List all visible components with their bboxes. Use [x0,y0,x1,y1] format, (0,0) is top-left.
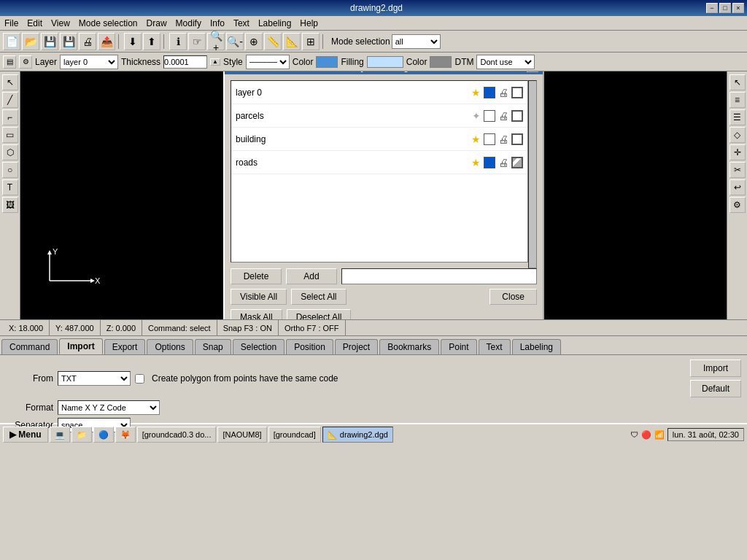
taskbar-item-groundcad03[interactable]: [groundcad0.3 do... [137,427,217,443]
thickness-input[interactable] [163,55,207,69]
table-row[interactable]: layer 0 ★ 🖨 [231,81,527,104]
color-icon-1[interactable] [484,110,495,122]
style-dropdown[interactable]: ───── [246,55,290,69]
tab-labeling[interactable]: Labeling [512,339,561,354]
taskbar-desktop-btn[interactable]: 💻 [50,427,70,443]
default-button[interactable]: Default [690,380,741,397]
print-button[interactable]: 🖨 [79,33,96,50]
menu-edit[interactable]: Edit [23,17,47,30]
zoom-out-button[interactable]: 🔍- [226,33,244,50]
taskbar-folder-btn[interactable]: 📁 [71,427,92,443]
visibility-icon-3[interactable]: ★ [471,157,481,168]
new-button[interactable]: 📄 [3,33,20,50]
taskbar-item-naoum8[interactable]: [NAOUM8] [217,427,266,443]
tab-export[interactable]: Export [104,339,146,354]
color-icon-0[interactable] [484,87,495,98]
lt-polygon-btn[interactable]: ⬡ [2,144,18,160]
layer-name-input[interactable] [341,268,537,284]
lt-circle-btn[interactable]: ○ [2,162,18,178]
menu-info[interactable]: Info [206,17,229,30]
modal-close-icon-btn[interactable]: × [527,71,538,72]
tab-project[interactable]: Project [335,339,378,354]
tab-options[interactable]: Options [147,339,193,354]
zoom-fit-button[interactable]: ⊕ [245,33,263,50]
close-button[interactable]: Close [489,289,537,305]
menu-modify[interactable]: Modify [171,17,206,30]
import-button[interactable]: Import [690,359,741,377]
minimize-button[interactable]: − [706,3,718,13]
menu-help[interactable]: Help [295,17,322,30]
taskbar-firefox-btn[interactable]: 🦊 [115,427,136,443]
color-icon-3[interactable] [484,157,495,168]
print-icon-2[interactable]: 🖨 [498,133,508,145]
filling-box[interactable] [367,56,403,68]
lt-line-btn[interactable]: ╱ [2,92,18,108]
select-button[interactable]: ☞ [188,33,206,50]
tab-point[interactable]: Point [441,339,476,354]
close-window-button[interactable]: × [732,3,744,13]
tab-command[interactable]: Command [1,339,58,354]
zoom-in-button[interactable]: 🔍+ [207,33,225,50]
menu-view[interactable]: View [47,17,74,30]
thickness-up-btn[interactable]: ▲ [210,58,220,66]
menu-file[interactable]: File [0,17,23,30]
lt-polyline-btn[interactable]: ⌐ [2,109,18,125]
visibility-icon-0[interactable]: ★ [471,87,481,98]
taskbar-blue-btn[interactable]: 🔵 [93,427,114,443]
menu-draw[interactable]: Draw [142,17,171,30]
color-box[interactable] [316,56,338,68]
layer-settings-button[interactable]: ⚙ [19,55,32,69]
export-button[interactable]: 📤 [98,33,115,50]
layer-toggle-button[interactable]: ▤ [3,55,16,69]
tab-text[interactable]: Text [479,339,511,354]
tab-position[interactable]: Position [286,339,333,354]
info-button[interactable]: ℹ [169,33,187,50]
dtm-dropdown[interactable]: Dont use [476,55,535,69]
print-icon-1[interactable]: 🖨 [498,110,508,122]
table-row[interactable]: building ★ 🖨 [231,128,527,151]
start-button[interactable]: ▶ Menu [3,427,48,443]
rt-lines2-btn[interactable]: ☰ [729,109,746,125]
mode-selection-dropdown[interactable]: all points lines polygons [392,34,441,49]
rt-plus-btn[interactable]: ✛ [729,144,746,160]
tab-snap[interactable]: Snap [195,339,231,354]
rt-settings-btn[interactable]: ⚙ [729,197,746,213]
menu-labeling[interactable]: Labeling [254,17,295,30]
mask-all-button[interactable]: Mask All [231,309,282,319]
taskbar-item-drawing2[interactable]: 📐 drawing2.dgd [322,427,393,443]
deselect-all-button[interactable]: Deselect All [287,309,352,319]
format-dropdown[interactable]: Name X Y Z Code X Y Z X Y Z Name [58,400,160,415]
print-icon-0[interactable]: 🖨 [498,87,508,98]
rt-lines-btn[interactable]: ≡ [729,92,746,108]
delete-button[interactable]: Delete [231,268,282,284]
print-icon-3[interactable]: 🖨 [498,157,508,168]
color-icon-2[interactable] [484,133,495,145]
table-row[interactable]: roads ★ 🖨 [231,151,527,174]
frame-icon-3[interactable] [511,157,523,168]
down-button[interactable]: ⬇ [124,33,142,50]
table-row[interactable]: parcels ✦ 🖨 [231,104,527,128]
from-dropdown[interactable]: TXT CSV DXF [58,371,131,386]
frame-icon-0[interactable] [511,87,523,98]
taskbar-item-groundcad[interactable]: [groundcad] [268,427,321,443]
up-button[interactable]: ⬆ [143,33,160,50]
rt-undo-btn[interactable]: ↩ [729,179,746,195]
save2-button[interactable]: 💾 [60,33,77,50]
measure1-button[interactable]: 📏 [264,33,282,50]
lt-image-btn[interactable]: 🖼 [2,197,18,213]
select-all-button[interactable]: Select All [291,289,346,305]
maximize-button[interactable]: □ [719,3,731,13]
grid-button[interactable]: ⊞ [302,33,320,50]
frame-icon-2[interactable] [511,133,523,145]
visible-all-button[interactable]: Visible All [231,289,287,305]
rt-arrow-btn[interactable]: ↖ [729,74,746,90]
tab-selection[interactable]: Selection [233,339,285,354]
color2-box[interactable] [430,56,452,68]
rt-eraser-btn[interactable]: ◇ [729,127,746,143]
layers-table[interactable]: layer 0 ★ 🖨 parcels [231,80,528,262]
lt-text-btn[interactable]: T [2,179,18,195]
lt-select-btn[interactable]: ↖ [2,74,18,90]
frame-icon-1[interactable] [511,110,523,122]
layer-dropdown[interactable]: layer 0 [60,55,118,69]
visibility-icon-2[interactable]: ★ [471,133,481,145]
